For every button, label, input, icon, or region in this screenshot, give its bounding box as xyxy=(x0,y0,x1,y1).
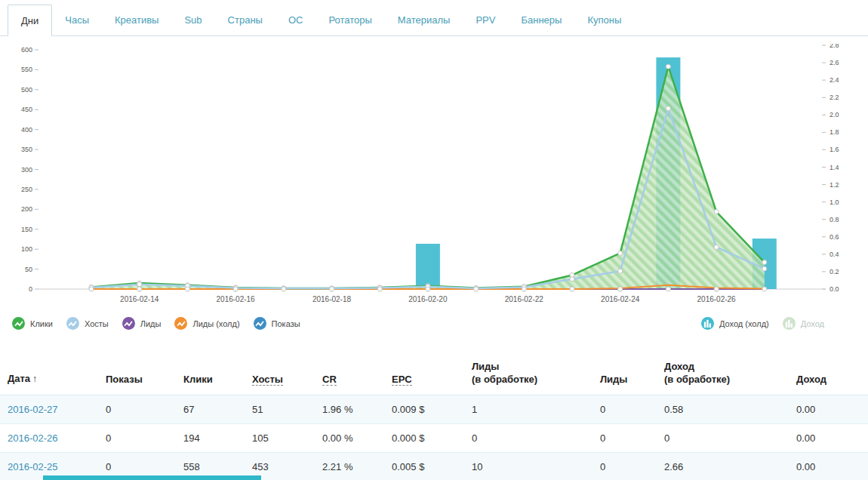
legend-item-leads-hold[interactable]: Лиды (холд) xyxy=(174,317,239,330)
cell-revenue: 0.00 xyxy=(796,404,868,415)
svg-text:1.4: 1.4 xyxy=(830,164,839,171)
tab-bar: ДниЧасыКреативыSubСтраныОСРотаторыМатери… xyxy=(0,0,868,36)
svg-text:2.6: 2.6 xyxy=(830,59,839,66)
tab-rotators[interactable]: Ротаторы xyxy=(315,5,384,35)
column-header-leads[interactable]: Лиды xyxy=(600,373,664,386)
legend-label: Доход xyxy=(801,319,824,328)
column-header-leads-processing[interactable]: Лиды(в обработке) xyxy=(472,360,600,386)
date-link[interactable]: 2016-02-26 xyxy=(8,432,58,444)
line-series-icon xyxy=(12,317,25,330)
legend-label: Хосты xyxy=(85,319,109,328)
cell-epc: 0.009 $ xyxy=(392,404,472,415)
line-series-icon xyxy=(66,317,79,330)
line-series-icon xyxy=(174,317,187,330)
svg-text:100: 100 xyxy=(21,245,32,253)
column-header-clicks[interactable]: Клики xyxy=(183,373,252,386)
cell-leads-processing: 1 xyxy=(472,404,600,415)
legend-item-revenue[interactable]: Доход xyxy=(783,317,824,330)
cell-leads: 0 xyxy=(600,432,664,444)
svg-text:400: 400 xyxy=(21,126,32,134)
table-row: 2016-02-2601941050.00 %0.000 $0000.00 xyxy=(0,424,868,453)
column-header-revenue-processing[interactable]: Доход(в обработке) xyxy=(664,360,796,386)
cell-cr: 1.96 % xyxy=(322,404,392,415)
tab-hours[interactable]: Часы xyxy=(52,5,102,35)
svg-text:2016-02-20: 2016-02-20 xyxy=(408,295,448,303)
cell-cr: 0.00 % xyxy=(322,432,392,444)
cell-leads: 0 xyxy=(600,404,664,415)
svg-text:200: 200 xyxy=(21,205,32,213)
tab-creatives[interactable]: Креативы xyxy=(102,5,171,35)
svg-text:350: 350 xyxy=(21,146,32,153)
legend-item-impressions[interactable]: Показы xyxy=(254,317,300,330)
legend-right: Доход (холд)Доход xyxy=(701,317,824,330)
tab-ppv[interactable]: PPV xyxy=(463,5,508,35)
bar-series-icon xyxy=(701,317,714,330)
table-row: 2016-02-27067511.96 %0.009 $100.580.00 xyxy=(0,395,868,424)
svg-text:2016-02-24: 2016-02-24 xyxy=(601,295,640,303)
tab-banners[interactable]: Баннеры xyxy=(508,5,574,35)
legend-left: КликиХостыЛидыЛиды (холд)Показы xyxy=(12,317,300,330)
line-series-icon xyxy=(254,317,266,330)
column-header-epc[interactable]: EPC xyxy=(392,373,472,386)
svg-text:0.0: 0.0 xyxy=(830,285,839,293)
left-axis: 050100150200250300350400450500550600 xyxy=(21,46,38,293)
stats-table: Дата↑ПоказыКликиХостыCREPCЛиды(в обработ… xyxy=(0,360,868,480)
cell-impressions: 0 xyxy=(106,461,183,472)
sort-asc-icon: ↑ xyxy=(32,374,37,384)
svg-text:550: 550 xyxy=(21,66,32,73)
cell-cr: 2.21 % xyxy=(322,461,392,472)
table-body: 2016-02-27067511.96 %0.009 $100.580.0020… xyxy=(0,395,868,480)
legend-label: Показы xyxy=(272,319,300,328)
line-series-icon xyxy=(122,317,135,330)
tab-os[interactable]: ОС xyxy=(275,5,316,35)
date-link[interactable]: 2016-02-25 xyxy=(8,461,58,472)
tab-sub[interactable]: Sub xyxy=(171,5,214,35)
legend-item-hosts[interactable]: Хосты xyxy=(66,317,109,330)
tab-days[interactable]: Дни xyxy=(8,5,52,35)
cell-epc: 0.005 $ xyxy=(392,461,472,472)
legend-item-revenue-hold[interactable]: Доход (холд) xyxy=(701,317,769,330)
cell-leads: 0 xyxy=(600,461,664,472)
legend-item-clicks[interactable]: Клики xyxy=(12,317,53,330)
column-header-date[interactable]: Дата↑ xyxy=(8,372,106,386)
svg-text:0.2: 0.2 xyxy=(830,268,839,275)
svg-text:0.8: 0.8 xyxy=(830,216,839,223)
legend-label: Доход (холд) xyxy=(719,319,769,328)
svg-text:2016-02-18: 2016-02-18 xyxy=(312,295,352,303)
svg-text:2.8: 2.8 xyxy=(830,44,839,49)
svg-text:1.6: 1.6 xyxy=(830,146,839,153)
column-header-hosts[interactable]: Хосты xyxy=(252,373,322,386)
svg-text:0.6: 0.6 xyxy=(830,233,839,241)
svg-text:0.4: 0.4 xyxy=(830,251,839,258)
svg-text:300: 300 xyxy=(21,166,32,174)
cell-revenue: 0.00 xyxy=(796,461,868,472)
svg-text:2.0: 2.0 xyxy=(830,111,839,118)
svg-text:500: 500 xyxy=(21,86,32,94)
date-link[interactable]: 2016-02-27 xyxy=(8,404,58,415)
svg-text:1.2: 1.2 xyxy=(830,181,839,189)
svg-text:1.0: 1.0 xyxy=(830,198,839,206)
cell-impressions: 0 xyxy=(106,404,183,415)
column-header-cr[interactable]: CR xyxy=(322,373,392,386)
tab-materials[interactable]: Материалы xyxy=(385,5,463,35)
svg-text:50: 50 xyxy=(25,266,32,273)
cell-epc: 0.000 $ xyxy=(392,432,472,444)
legend-label: Лиды xyxy=(140,319,162,328)
tab-countries[interactable]: Страны xyxy=(215,5,275,35)
svg-text:2016-02-14: 2016-02-14 xyxy=(120,295,159,303)
svg-text:150: 150 xyxy=(21,226,32,233)
table-header-row: Дата↑ПоказыКликиХостыCREPCЛиды(в обработ… xyxy=(0,360,868,395)
svg-text:2016-02-22: 2016-02-22 xyxy=(505,295,544,303)
legend-item-leads[interactable]: Лиды xyxy=(122,317,162,330)
cell-hosts: 51 xyxy=(252,404,322,415)
column-header-impressions[interactable]: Показы xyxy=(106,373,183,386)
tab-coupons[interactable]: Купоны xyxy=(574,5,634,35)
cell-clicks: 194 xyxy=(183,432,252,444)
cell-hosts: 453 xyxy=(252,461,322,472)
cell-leads-processing: 0 xyxy=(472,432,600,444)
cell-hosts: 105 xyxy=(252,432,322,444)
svg-text:0: 0 xyxy=(29,285,32,293)
legend-label: Лиды (холд) xyxy=(192,319,239,328)
cell-clicks: 67 xyxy=(183,404,252,415)
column-header-revenue[interactable]: Доход xyxy=(796,373,868,386)
